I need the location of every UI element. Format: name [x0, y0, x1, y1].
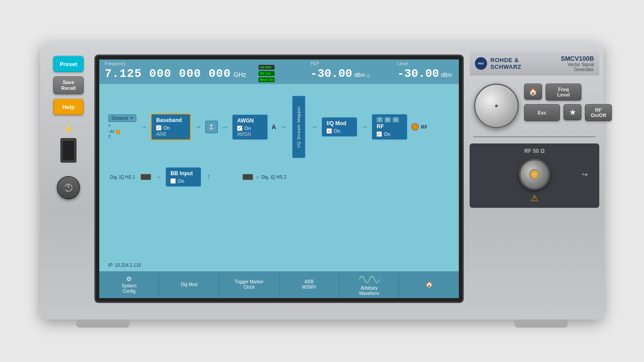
menu-item-arbitrary-waveform[interactable]: ArbitraryWaveform: [339, 271, 399, 298]
left-panel: Preset SaveRecall Help ⚡: [48, 51, 89, 306]
baseband-check-row: On: [156, 125, 186, 130]
awgn-checkbox[interactable]: [237, 126, 242, 131]
home-icon: 🏠: [425, 281, 433, 288]
rf-section: RF 50 Ω ↪ ⚠: [470, 143, 599, 208]
rf-title: RF: [377, 123, 402, 130]
brand-logo: R&S ROHDE & SCHWARZ: [475, 57, 548, 70]
display-screen[interactable]: Frequency 7.125 000 000 000 GHz Int Ref …: [96, 56, 462, 302]
home-button[interactable]: 🏠: [524, 84, 542, 100]
menu-item-dig-mod[interactable]: Dig Mod: [159, 271, 219, 298]
main-knob[interactable]: [474, 84, 519, 128]
menu-item-home[interactable]: 🏠: [399, 271, 459, 298]
tev-row: T E V: [377, 117, 402, 122]
mod-on-indicator: Mod On: [258, 77, 275, 82]
bb-input-check-row: On: [170, 178, 196, 184]
arrow-6: →: [361, 123, 368, 131]
save-recall-button[interactable]: SaveRecall: [53, 76, 84, 94]
rf-connector-dot: [411, 123, 419, 131]
arrow-1: →: [140, 123, 147, 131]
iq-mod-on: On: [334, 128, 340, 134]
arrow-2: →: [195, 123, 202, 131]
level-unit: dBm: [441, 72, 452, 78]
star-button[interactable]: ★: [564, 104, 581, 120]
iq-mod-check-row: On: [326, 128, 352, 134]
pep-diamond: ◇: [367, 73, 370, 78]
rf-connector-large: [519, 159, 550, 190]
bb-input-block[interactable]: BB Input On: [165, 167, 201, 187]
awgn-sub: AWGN: [237, 132, 263, 137]
baseband-checkbox[interactable]: [156, 125, 161, 130]
level-section: Level -30.00 dBm: [397, 61, 452, 80]
tev-v: V: [393, 117, 399, 122]
menu-item-system-config[interactable]: ⚙ SystemConfig: [99, 271, 159, 298]
brand-name: ROHDE & SCHWARZ: [491, 57, 549, 70]
iq-mod-checkbox[interactable]: [326, 128, 332, 134]
preset-button[interactable]: Preset: [53, 56, 84, 72]
rf-label: RF: [421, 124, 428, 130]
system-config-icon: ⚙: [126, 275, 132, 282]
mid-btn-row: Esc ★ RFOn/Off: [524, 104, 612, 121]
arrow-5: →: [311, 123, 318, 131]
rf-checkbox[interactable]: [377, 131, 382, 137]
usb-port-inner: [63, 141, 74, 160]
rf-on: On: [384, 131, 390, 137]
pep-section: PEP -30.00 dBm ◇: [310, 61, 370, 80]
signal-flow: Stopped ▼ T ○M C: [99, 84, 459, 271]
arrow-3: →: [221, 123, 229, 131]
sigma-block: Σ: [205, 121, 218, 133]
arrow-7: →: [155, 173, 162, 181]
rf-arrow-icon: ↪: [582, 170, 588, 179]
menu-item-arb-mswv[interactable]: ARBMSWV: [280, 271, 339, 298]
usb-port[interactable]: [60, 138, 76, 163]
bb-input-checkbox[interactable]: [170, 178, 176, 184]
pep-label: PEP: [310, 61, 370, 66]
iq-stream-mapper: I/Q Stream Mapper: [292, 96, 305, 158]
tmc-labels: T ○M C: [108, 124, 114, 139]
awgn-on: On: [244, 126, 251, 131]
baseband-title: Baseband: [156, 117, 186, 123]
ip-label: IP: 10.214.2.116: [108, 263, 141, 268]
rf-output: RF: [411, 123, 428, 131]
iq-mod-block[interactable]: I/Q Mod On: [322, 117, 357, 137]
separator: [473, 136, 596, 137]
rf-on-off-button[interactable]: RFOn/Off: [585, 104, 612, 121]
baseband-on: On: [163, 125, 170, 130]
iq-mod-title: I/Q Mod: [326, 120, 352, 126]
usb-icon: ⚡: [62, 125, 75, 134]
baseband-block[interactable]: Baseband On ARB: [151, 114, 191, 140]
model-number: SMCV100B: [548, 55, 594, 62]
arb-mswv-label: ARBMSWV: [302, 279, 316, 290]
menu-item-trigger-marker[interactable]: Trigger MarkerClock: [219, 271, 279, 298]
rf-on-indicator: RF On: [258, 71, 275, 76]
bottom-flow-row: Dig. IQ HS 1 → BB Input On →: [110, 167, 450, 187]
brand-header: R&S ROHDE & SCHWARZ SMCV100B Vector Sign…: [470, 51, 599, 76]
screen-top-bar: Frequency 7.125 000 000 000 GHz Int Ref …: [99, 59, 459, 84]
frequency-section: Frequency 7.125 000 000 000 GHz: [105, 61, 246, 80]
level-value: -30.00: [397, 67, 439, 80]
awgn-block[interactable]: AWGN On AWGN: [232, 114, 268, 140]
arbitrary-waveform-label: ArbitraryWaveform: [359, 286, 379, 296]
dig-iq-hs2-row: ○ Dig. IQ HS 2: [242, 174, 286, 180]
power-button[interactable]: [57, 176, 80, 199]
rf-block[interactable]: T E V RF On: [372, 114, 407, 140]
frequency-value: 7.125 000 000 000: [105, 67, 231, 80]
screen-wrapper: Frequency 7.125 000 000 000 GHz Int Ref …: [96, 51, 462, 306]
dig-iq-hs2-label: ○: [256, 175, 258, 180]
esc-button[interactable]: Esc: [524, 104, 560, 121]
freq-level-button[interactable]: FreqLevel: [546, 84, 581, 101]
right-panel: R&S ROHDE & SCHWARZ SMCV100B Vector Sign…: [470, 51, 599, 306]
model-description: Vector Signal Generator: [548, 62, 594, 72]
tev-e: E: [385, 117, 391, 122]
help-button[interactable]: Help: [53, 99, 84, 115]
right-buttons: 🏠 FreqLevel Esc ★ RFOn/Off: [524, 84, 612, 121]
dig-iq-hs1-connector: [140, 174, 151, 180]
system-config-label: SystemConfig: [122, 283, 136, 294]
rf-connector-area: ↪: [477, 159, 592, 190]
status-dot: [116, 130, 120, 134]
dig-iq-hs1-label: Dig. IQ HS 1: [110, 175, 135, 180]
screen-menu-bar: ⚙ SystemConfig Dig Mod Trigger MarkerClo…: [99, 271, 459, 298]
frequency-label: Frequency: [105, 61, 246, 66]
frequency-unit: GHz: [233, 71, 246, 78]
dig-iq-hs2-connector: [242, 174, 253, 180]
baseband-arb: ARB: [156, 131, 186, 137]
